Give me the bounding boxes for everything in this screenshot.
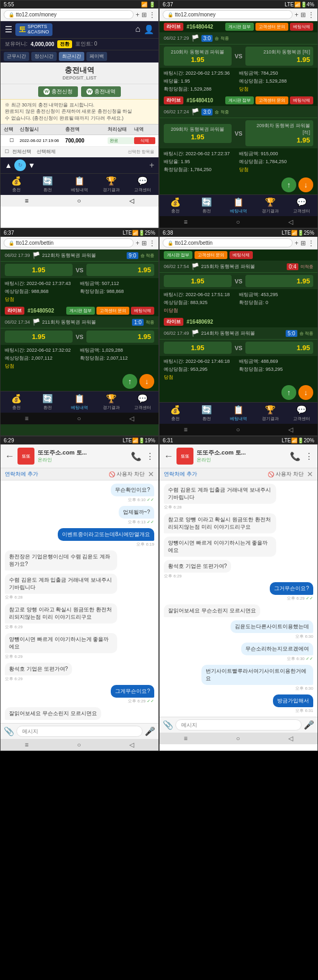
nav-betting-tr[interactable]: 📋 베팅내역 (223, 197, 254, 214)
phone-menu-tr[interactable]: ≡ (184, 218, 188, 226)
phone-back-bl[interactable]: ◁ (129, 741, 134, 749)
scroll-circle-icon[interactable]: ↻ (14, 159, 26, 171)
menu-btn-tr[interactable]: ⋮ (308, 11, 314, 19)
payback-btn[interactable]: 페이백 (86, 52, 107, 61)
betting-del-btn-2[interactable]: 베팅삭제 (290, 96, 313, 104)
url-box-tr[interactable]: 🔒 tto12.com/money (163, 10, 293, 19)
phone-back-icon[interactable]: ◁ (129, 197, 134, 204)
hamburger-icon-tl[interactable]: ☰ (5, 24, 12, 34)
add-icon-tl[interactable]: + (149, 161, 154, 170)
nav-results-ml[interactable]: 🏆경기결과 (95, 394, 127, 411)
nav-betting-mr[interactable]: 📋베팅내역 (223, 405, 254, 422)
board-btn-1[interactable]: 게시판 접부 (225, 23, 254, 31)
close-bar-btn-br[interactable]: ✕ (307, 470, 313, 478)
phone-menu-bl[interactable]: ≡ (25, 741, 29, 749)
add-tab-mr[interactable]: + (295, 239, 298, 247)
phone-menu-icon[interactable]: ≡ (25, 197, 29, 204)
nav-deposit-ml[interactable]: 💰충전 (1, 394, 32, 411)
block-user-btn-br[interactable]: 🚫 사용자 차단 (268, 470, 304, 478)
scroll-up-arrow[interactable]: ▲ (5, 161, 12, 170)
add-tab-ml[interactable]: + (136, 239, 139, 247)
betting-del-btn-1[interactable]: 베팅삭제 (290, 23, 313, 31)
url-box-tl[interactable]: 🔒 tto12.com/money (4, 10, 134, 19)
nav-betting-ml[interactable]: 📋베팅내역 (64, 394, 95, 411)
nav-exchange[interactable]: 🔄 환전 (32, 176, 64, 193)
nav-exchange-ml[interactable]: 🔄환전 (32, 394, 64, 411)
nav-betting[interactable]: 📋 베팅내역 (64, 176, 95, 193)
mic-icon-br[interactable]: 🎤 (304, 720, 314, 730)
block-user-btn-bl[interactable]: 🚫 사용자 차단 (109, 470, 145, 478)
attach-icon-br[interactable]: 📎 (163, 720, 173, 730)
nav-results-mr[interactable]: 🏆경기결과 (254, 405, 286, 422)
exchange-button-tl[interactable]: 전환 (57, 40, 72, 48)
phone-home-mr[interactable]: ○ (236, 426, 240, 433)
deposit-history-btn[interactable]: W 충전내역 (81, 86, 121, 97)
back-btn-br[interactable]: ← (164, 451, 173, 462)
row-checkbox[interactable]: ☐ (4, 138, 20, 143)
tabs-icon-tr[interactable]: ⊞ (301, 11, 306, 19)
chat-input-br[interactable] (175, 719, 302, 730)
phone-home-icon[interactable]: ○ (77, 197, 81, 204)
home-icon-tl[interactable]: ⌂ (135, 24, 140, 34)
phone-home-ml[interactable]: ○ (77, 415, 81, 422)
row-delete-btn[interactable]: 삭제 (134, 137, 155, 144)
scroll-down-arrow[interactable]: ▼ (28, 161, 36, 170)
phone-back-mr[interactable]: ◁ (288, 426, 293, 433)
more-icon-bl[interactable]: ⋮ (146, 451, 154, 461)
customer-btn-2[interactable]: 고객센터 문의 (255, 96, 288, 104)
customer-btn-1[interactable]: 고객센터 문의 (255, 23, 288, 31)
nav-exchange-tr[interactable]: 🔄 환전 (191, 197, 223, 214)
phone-back-br[interactable]: ◁ (288, 735, 293, 742)
close-bar-btn-bl[interactable]: ✕ (148, 470, 154, 478)
chat-input-bl[interactable] (16, 726, 143, 737)
phone-menu-ml[interactable]: ≡ (25, 415, 29, 422)
menu-btn-tl[interactable]: ⋮ (149, 11, 155, 19)
add-contact-btn-bl[interactable]: 연락처에 추가 (5, 470, 38, 478)
confirm-green-btn[interactable]: ↑ (281, 177, 296, 192)
nav-results-tr[interactable]: 🏆 경기결과 (254, 197, 286, 214)
del-btn-mr[interactable]: 베팅삭제 (229, 251, 253, 259)
checkbox-all[interactable]: ☐ (5, 149, 9, 154)
menu-ml[interactable]: ⋮ (149, 239, 155, 247)
phone-menu-br[interactable]: ≡ (184, 735, 188, 742)
nav-deposit-tr[interactable]: 💰 충전 (160, 197, 191, 214)
confirm-orange-mr[interactable]: ↓ (298, 385, 313, 400)
url-box-ml[interactable]: 🔒 tto12.com/bettin (4, 238, 134, 247)
nav-deposit[interactable]: 💰 충전 (1, 176, 32, 193)
nav-results[interactable]: 🏆 경기결과 (95, 176, 127, 193)
time-near-btn[interactable]: 근무시간 (4, 52, 29, 61)
tabs-mr[interactable]: ⊞ (301, 239, 306, 247)
nav-support-mr[interactable]: 💬고객센터 (286, 405, 317, 422)
add-tab-btn-tr[interactable]: + (295, 11, 298, 19)
more-icon-br[interactable]: ⋮ (305, 451, 313, 461)
board-btn-2-ml[interactable]: 게시판 접부 (66, 307, 95, 315)
add-tab-btn-tl[interactable]: + (136, 11, 139, 19)
phone-menu-mr[interactable]: ≡ (184, 426, 188, 433)
phone-back-ml[interactable]: ◁ (129, 415, 134, 422)
tabs-count-tl[interactable]: ⊞ (142, 11, 147, 19)
phone-home-br[interactable]: ○ (236, 735, 240, 742)
user-icon-tl[interactable]: 👤 (144, 24, 154, 34)
del-btn-2-ml[interactable]: 베팅삭제 (131, 307, 154, 315)
phone-home-tr[interactable]: ○ (236, 218, 240, 226)
deselect-label[interactable]: 선택해제 (37, 148, 56, 155)
deposit-apply-btn[interactable]: W 충전신청 (38, 86, 78, 97)
menu-mr[interactable]: ⋮ (308, 239, 314, 247)
phone-back-tr[interactable]: ◁ (288, 218, 293, 226)
nav-exchange-mr[interactable]: 🔄환전 (191, 405, 223, 422)
time-recent-btn[interactable]: 최근시간 (59, 52, 84, 61)
tabs-ml[interactable]: ⊞ (142, 239, 147, 247)
nav-support-ml[interactable]: 💬고객센터 (127, 394, 158, 411)
add-contact-btn-br[interactable]: 연락처에 추가 (164, 470, 197, 478)
confirm-orange-ml[interactable]: ↓ (139, 374, 154, 389)
nav-support-tr[interactable]: 💬 고객센터 (286, 197, 317, 214)
confirm-orange-btn[interactable]: ↓ (298, 177, 313, 192)
phone-home-bl[interactable]: ○ (77, 741, 81, 749)
phone-call-icon-bl[interactable]: 📞 (131, 451, 142, 461)
confirm-green-mr[interactable]: ↑ (281, 385, 296, 400)
attach-icon-bl[interactable]: 📎 (4, 726, 14, 736)
url-box-mr[interactable]: 🔒 tto12.com/bettin (163, 238, 293, 247)
confirm-green-ml[interactable]: ↑ (122, 374, 137, 389)
board-btn-mr[interactable]: 게시판 접부 (164, 251, 192, 259)
nav-support[interactable]: 💬 고객센터 (127, 176, 158, 193)
